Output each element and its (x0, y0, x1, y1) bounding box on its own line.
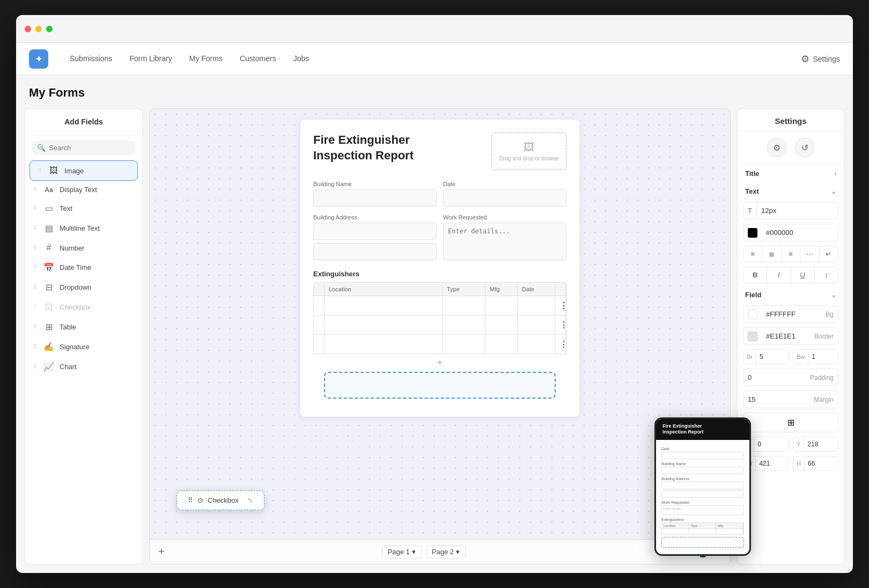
position-wh-row: W 421 H 66 (743, 456, 838, 471)
td-action-2[interactable]: ⋮ (555, 315, 566, 334)
th-drag (314, 283, 325, 296)
checkbox-drag-label: Checkbox (208, 496, 239, 504)
nav-customers[interactable]: Customers (231, 43, 285, 75)
dragged-checkbox[interactable]: ⠿ ⊙ Checkbox ⤡ (176, 490, 264, 510)
color-value[interactable]: #000000 (762, 224, 838, 241)
field-label-display-text: Display Text (60, 186, 97, 194)
field-item-table[interactable]: ⠿ ⊞ Table (25, 317, 142, 337)
td-date-2[interactable] (518, 315, 555, 334)
align-center-button[interactable]: ≣ (762, 246, 781, 262)
field-item-datetime[interactable]: ⠿ 📅 Date Time (25, 258, 142, 277)
checkbox-drag-icon: ⊙ (197, 496, 203, 504)
field-item-chart[interactable]: ⠿ 📈 Chart (25, 357, 142, 377)
color-swatch (748, 228, 757, 238)
work-requested-textarea[interactable] (443, 223, 566, 260)
td-date-3[interactable] (518, 335, 555, 354)
border-radius-group: Br 5 (743, 349, 789, 364)
w-value[interactable]: 421 (756, 457, 773, 471)
resize-text-button[interactable]: ↕ (815, 267, 838, 283)
settings-history-tab[interactable]: ↺ (795, 138, 814, 157)
settings-general-tab[interactable]: ⚙ (767, 138, 786, 157)
align-justify-button[interactable]: ⋯ (800, 246, 819, 262)
td-drag-1 (314, 296, 325, 315)
title-section-label: Title (745, 170, 760, 178)
settings-nav-button[interactable]: ⚙ Settings (801, 53, 840, 65)
align-left-button[interactable]: ≡ (743, 246, 762, 262)
fullscreen-button[interactable] (46, 26, 53, 32)
nav-jobs[interactable]: Jobs (285, 43, 318, 75)
font-size-value[interactable]: 12px (757, 202, 838, 219)
address-label: Building Address (313, 214, 437, 220)
field-label-chart: Chart (60, 363, 77, 371)
td-date-1[interactable] (518, 296, 555, 315)
canvas-area[interactable]: Fire ExtinguisherInspection Report 🖼 Dra… (150, 109, 730, 539)
logo[interactable]: ✦ (29, 49, 48, 69)
address-input-2[interactable] (313, 243, 437, 260)
add-page-button[interactable]: + (158, 546, 165, 558)
nav-form-library[interactable]: Form Library (121, 43, 180, 75)
add-row-button[interactable]: + (313, 354, 566, 372)
bg-color-value[interactable]: #FFFFFF (762, 306, 821, 322)
settings-nav-label: Settings (813, 55, 840, 63)
y-value[interactable]: 218 (804, 437, 821, 451)
resize-handle[interactable]: ⤡ (247, 496, 253, 504)
page-2-button[interactable]: Page 2 ▾ (426, 545, 466, 558)
drop-zone[interactable] (324, 372, 556, 399)
align-enter-button[interactable]: ↵ (820, 246, 838, 262)
td-type-3[interactable] (443, 335, 485, 354)
field-item-text[interactable]: ⠿ ▭ Text (25, 199, 142, 218)
field-section-header[interactable]: Field ⌄ (738, 285, 844, 303)
page-title: My Forms (16, 75, 853, 108)
phone-table-row-1 (661, 529, 744, 535)
field-item-image[interactable]: ⠿ 🖼 Image (30, 160, 138, 181)
field-item-signature[interactable]: ⠿ ✍ Signature (25, 337, 142, 357)
field-item-number[interactable]: ⠿ # Number (25, 238, 142, 258)
text-section-header[interactable]: Text ⌄ (738, 182, 844, 200)
border-color-value[interactable]: #E1E1E1 (762, 328, 810, 344)
address-input-1[interactable] (313, 223, 437, 240)
td-mfg-1[interactable] (485, 296, 518, 315)
layers-button[interactable]: ⊞ (743, 413, 838, 432)
phone-preview-body: Date Building Name Building Address Work… (656, 440, 749, 554)
bw-value[interactable]: 1 (808, 350, 819, 364)
td-mfg-3[interactable] (485, 335, 518, 354)
search-box[interactable]: 🔍 (32, 141, 136, 155)
padding-value[interactable]: 0 (743, 369, 806, 386)
field-chevron-icon: ⌄ (831, 291, 836, 299)
search-input[interactable] (49, 144, 130, 152)
td-loc-3[interactable] (325, 335, 443, 354)
x-value[interactable]: 0 (754, 437, 764, 451)
nav-submissions[interactable]: Submissions (61, 43, 121, 75)
field-item-multiline[interactable]: ⠿ ▤ Multiline Text (25, 218, 142, 238)
nav-my-forms[interactable]: My Forms (181, 43, 231, 75)
td-loc-2[interactable] (325, 315, 443, 334)
minimize-button[interactable] (35, 26, 42, 32)
br-value[interactable]: 5 (756, 350, 767, 364)
td-action-1[interactable]: ⋮ (555, 296, 566, 315)
drag-handle-multiline: ⠿ (33, 225, 37, 232)
td-mfg-2[interactable] (485, 315, 518, 334)
close-button[interactable] (25, 26, 31, 32)
margin-value[interactable]: 15 (743, 391, 809, 408)
td-loc-1[interactable] (325, 296, 443, 315)
h-value[interactable]: 66 (805, 457, 818, 471)
field-item-checkbox[interactable]: ⠿ ☑ Checkbox (25, 297, 142, 317)
bold-button[interactable]: B (743, 267, 767, 283)
field-item-dropdown[interactable]: ⠿ ⊟ Dropdown (25, 277, 142, 297)
page-1-button[interactable]: Page 1 ▾ (382, 545, 422, 558)
title-section-header[interactable]: Title ‹ (738, 164, 844, 182)
building-name-input[interactable] (313, 189, 437, 207)
page-1-chevron: ▾ (412, 548, 416, 556)
title-chevron-icon: ‹ (834, 170, 836, 178)
td-action-3[interactable]: ⋮ (555, 335, 566, 354)
underline-button[interactable]: U (791, 267, 815, 283)
td-type-2[interactable] (443, 315, 485, 334)
align-right-button[interactable]: ≡ (782, 246, 800, 262)
image-upload-box[interactable]: 🖼 Drag and drop or browse (491, 133, 566, 170)
italic-button[interactable]: I (767, 267, 791, 283)
td-type-1[interactable] (443, 296, 485, 315)
page-2-chevron: ▾ (456, 548, 460, 556)
date-input[interactable] (443, 189, 566, 207)
field-item-display-text[interactable]: ⠿ Aa Display Text (25, 181, 142, 199)
drag-handle-chart: ⠿ (33, 363, 37, 370)
